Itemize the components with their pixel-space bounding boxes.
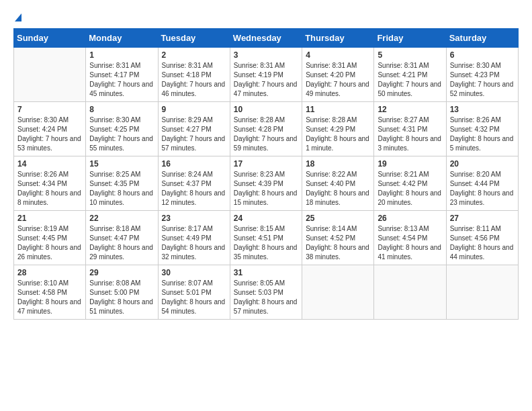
- day-info: Sunrise: 8:30 AM Sunset: 4:23 PM Dayligh…: [450, 61, 515, 99]
- calendar-cell: 21Sunrise: 8:19 AM Sunset: 4:45 PM Dayli…: [14, 211, 86, 265]
- day-info: Sunrise: 8:17 AM Sunset: 4:49 PM Dayligh…: [162, 224, 226, 262]
- day-info: Sunrise: 8:31 AM Sunset: 4:20 PM Dayligh…: [306, 61, 370, 99]
- day-info: Sunrise: 8:26 AM Sunset: 4:32 PM Dayligh…: [450, 116, 515, 153]
- day-info: Sunrise: 8:19 AM Sunset: 4:45 PM Dayligh…: [17, 224, 82, 262]
- day-number: 12: [378, 105, 442, 114]
- day-number: 11: [306, 105, 370, 114]
- day-number: 18: [306, 159, 370, 169]
- day-info: Sunrise: 8:27 AM Sunset: 4:31 PM Dayligh…: [378, 116, 442, 153]
- calendar-cell: 14Sunrise: 8:26 AM Sunset: 4:34 PM Dayli…: [14, 156, 86, 211]
- day-number: 13: [450, 105, 515, 114]
- calendar-table: SundayMondayTuesdayWednesdayThursdayFrid…: [13, 28, 519, 320]
- day-number: 17: [234, 159, 298, 169]
- calendar-cell: 27Sunrise: 8:11 AM Sunset: 4:56 PM Dayli…: [446, 211, 518, 265]
- day-number: 30: [162, 268, 226, 277]
- calendar-cell: 31Sunrise: 8:05 AM Sunset: 5:03 PM Dayli…: [230, 265, 302, 320]
- day-info: Sunrise: 8:22 AM Sunset: 4:40 PM Dayligh…: [306, 170, 370, 208]
- day-info: Sunrise: 8:18 AM Sunset: 4:47 PM Dayligh…: [89, 224, 154, 262]
- calendar-cell: 4Sunrise: 8:31 AM Sunset: 4:20 PM Daylig…: [302, 48, 374, 102]
- calendar-cell: [374, 265, 446, 320]
- day-number: 8: [89, 105, 154, 114]
- day-info: Sunrise: 8:28 AM Sunset: 4:29 PM Dayligh…: [306, 116, 370, 153]
- calendar-cell: 24Sunrise: 8:15 AM Sunset: 4:51 PM Dayli…: [230, 211, 302, 265]
- day-number: 24: [234, 214, 298, 223]
- logo: [13, 13, 21, 21]
- calendar-week-row: 21Sunrise: 8:19 AM Sunset: 4:45 PM Dayli…: [14, 211, 519, 265]
- day-number: 16: [162, 159, 226, 169]
- day-number: 29: [89, 268, 154, 277]
- calendar-cell: 16Sunrise: 8:24 AM Sunset: 4:37 PM Dayli…: [158, 156, 230, 211]
- day-number: 15: [89, 159, 154, 169]
- day-info: Sunrise: 8:23 AM Sunset: 4:39 PM Dayligh…: [234, 170, 298, 208]
- col-header-tuesday: Tuesday: [158, 29, 230, 48]
- calendar-cell: 15Sunrise: 8:25 AM Sunset: 4:35 PM Dayli…: [86, 156, 158, 211]
- day-number: 5: [378, 50, 442, 60]
- calendar-header-row: SundayMondayTuesdayWednesdayThursdayFrid…: [14, 29, 519, 48]
- day-info: Sunrise: 8:31 AM Sunset: 4:19 PM Dayligh…: [234, 61, 298, 99]
- calendar-cell: 18Sunrise: 8:22 AM Sunset: 4:40 PM Dayli…: [302, 156, 374, 211]
- day-number: 27: [450, 214, 515, 223]
- col-header-friday: Friday: [374, 29, 446, 48]
- calendar-cell: 28Sunrise: 8:10 AM Sunset: 4:58 PM Dayli…: [14, 265, 86, 320]
- calendar-cell: 3Sunrise: 8:31 AM Sunset: 4:19 PM Daylig…: [230, 48, 302, 102]
- col-header-monday: Monday: [86, 29, 158, 48]
- calendar-cell: 23Sunrise: 8:17 AM Sunset: 4:49 PM Dayli…: [158, 211, 230, 265]
- day-info: Sunrise: 8:31 AM Sunset: 4:17 PM Dayligh…: [89, 61, 154, 99]
- day-number: 20: [450, 159, 515, 169]
- day-info: Sunrise: 8:07 AM Sunset: 5:01 PM Dayligh…: [162, 279, 226, 316]
- calendar-cell: 6Sunrise: 8:30 AM Sunset: 4:23 PM Daylig…: [446, 48, 518, 102]
- day-info: Sunrise: 8:30 AM Sunset: 4:25 PM Dayligh…: [89, 116, 154, 153]
- calendar-cell: 5Sunrise: 8:31 AM Sunset: 4:21 PM Daylig…: [374, 48, 446, 102]
- calendar-cell: [446, 265, 518, 320]
- calendar-cell: 12Sunrise: 8:27 AM Sunset: 4:31 PM Dayli…: [374, 102, 446, 156]
- day-info: Sunrise: 8:29 AM Sunset: 4:27 PM Dayligh…: [162, 116, 226, 153]
- calendar-week-row: 7Sunrise: 8:30 AM Sunset: 4:24 PM Daylig…: [14, 102, 519, 156]
- day-info: Sunrise: 8:05 AM Sunset: 5:03 PM Dayligh…: [234, 279, 298, 316]
- calendar-cell: 2Sunrise: 8:31 AM Sunset: 4:18 PM Daylig…: [158, 48, 230, 102]
- calendar-cell: 19Sunrise: 8:21 AM Sunset: 4:42 PM Dayli…: [374, 156, 446, 211]
- day-number: 4: [306, 50, 370, 60]
- calendar-cell: 8Sunrise: 8:30 AM Sunset: 4:25 PM Daylig…: [86, 102, 158, 156]
- calendar-cell: 26Sunrise: 8:13 AM Sunset: 4:54 PM Dayli…: [374, 211, 446, 265]
- day-info: Sunrise: 8:15 AM Sunset: 4:51 PM Dayligh…: [234, 224, 298, 262]
- day-number: 19: [378, 159, 442, 169]
- day-info: Sunrise: 8:21 AM Sunset: 4:42 PM Dayligh…: [378, 170, 442, 208]
- day-info: Sunrise: 8:08 AM Sunset: 5:00 PM Dayligh…: [89, 279, 154, 316]
- day-number: 3: [234, 50, 298, 60]
- day-info: Sunrise: 8:26 AM Sunset: 4:34 PM Dayligh…: [17, 170, 82, 208]
- day-number: 9: [162, 105, 226, 114]
- calendar-cell: 25Sunrise: 8:14 AM Sunset: 4:52 PM Dayli…: [302, 211, 374, 265]
- day-info: Sunrise: 8:31 AM Sunset: 4:18 PM Dayligh…: [162, 61, 226, 99]
- day-info: Sunrise: 8:28 AM Sunset: 4:28 PM Dayligh…: [234, 116, 298, 153]
- day-number: 23: [162, 214, 226, 223]
- day-number: 31: [234, 268, 298, 277]
- col-header-wednesday: Wednesday: [230, 29, 302, 48]
- calendar-week-row: 28Sunrise: 8:10 AM Sunset: 4:58 PM Dayli…: [14, 265, 519, 320]
- day-number: 1: [89, 50, 154, 60]
- col-header-thursday: Thursday: [302, 29, 374, 48]
- calendar-cell: 13Sunrise: 8:26 AM Sunset: 4:32 PM Dayli…: [446, 102, 518, 156]
- calendar-cell: [14, 48, 86, 102]
- col-header-saturday: Saturday: [446, 29, 518, 48]
- calendar-cell: 30Sunrise: 8:07 AM Sunset: 5:01 PM Dayli…: [158, 265, 230, 320]
- day-info: Sunrise: 8:31 AM Sunset: 4:21 PM Dayligh…: [378, 61, 442, 99]
- page-header: [13, 13, 519, 21]
- day-number: 21: [17, 214, 82, 223]
- day-info: Sunrise: 8:20 AM Sunset: 4:44 PM Dayligh…: [450, 170, 515, 208]
- day-info: Sunrise: 8:10 AM Sunset: 4:58 PM Dayligh…: [17, 279, 82, 316]
- calendar-cell: 9Sunrise: 8:29 AM Sunset: 4:27 PM Daylig…: [158, 102, 230, 156]
- day-info: Sunrise: 8:30 AM Sunset: 4:24 PM Dayligh…: [17, 116, 82, 153]
- day-info: Sunrise: 8:13 AM Sunset: 4:54 PM Dayligh…: [378, 224, 442, 262]
- calendar-cell: 11Sunrise: 8:28 AM Sunset: 4:29 PM Dayli…: [302, 102, 374, 156]
- col-header-sunday: Sunday: [14, 29, 86, 48]
- calendar-cell: 1Sunrise: 8:31 AM Sunset: 4:17 PM Daylig…: [86, 48, 158, 102]
- day-number: 28: [17, 268, 82, 277]
- day-number: 6: [450, 50, 515, 60]
- day-number: 14: [17, 159, 82, 169]
- day-number: 22: [89, 214, 154, 223]
- day-number: 26: [378, 214, 442, 223]
- calendar-cell: [302, 265, 374, 320]
- calendar-cell: 7Sunrise: 8:30 AM Sunset: 4:24 PM Daylig…: [14, 102, 86, 156]
- day-info: Sunrise: 8:14 AM Sunset: 4:52 PM Dayligh…: [306, 224, 370, 262]
- calendar-cell: 17Sunrise: 8:23 AM Sunset: 4:39 PM Dayli…: [230, 156, 302, 211]
